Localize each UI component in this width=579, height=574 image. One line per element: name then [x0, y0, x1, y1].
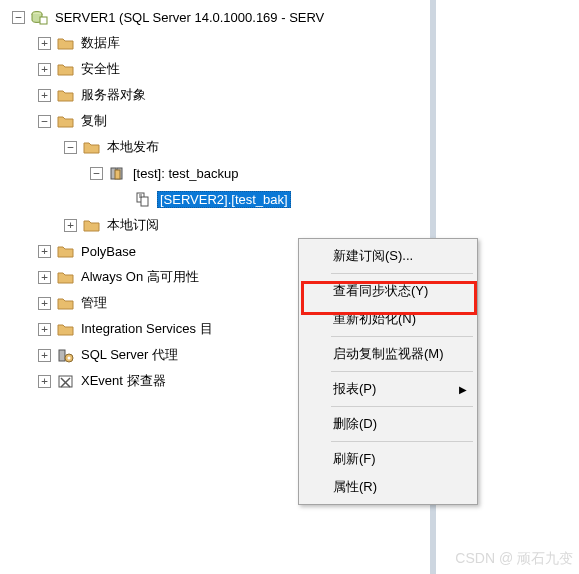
menu-label: 启动复制监视器(M)	[333, 345, 444, 363]
menu-new-subscription[interactable]: 新建订阅(S)...	[301, 242, 475, 270]
svg-rect-9	[59, 350, 65, 361]
menu-reports[interactable]: 报表(P)▶	[301, 375, 475, 403]
publication-item-label: [test]: test_backup	[131, 165, 241, 182]
collapse-icon[interactable]	[12, 11, 25, 24]
menu-label: 查看同步状态(Y)	[333, 282, 428, 300]
menu-label: 新建订阅(S)...	[333, 247, 413, 265]
submenu-arrow-icon: ▶	[459, 384, 467, 395]
expand-icon[interactable]	[38, 63, 51, 76]
menu-label: 属性(R)	[333, 478, 377, 496]
menu-properties[interactable]: 属性(R)	[301, 473, 475, 501]
collapse-icon[interactable]	[64, 141, 77, 154]
expand-icon[interactable]	[38, 271, 51, 284]
folder-icon	[83, 218, 100, 233]
folder-icon	[57, 270, 74, 285]
databases-label: 数据库	[79, 33, 122, 53]
expand-icon[interactable]	[38, 37, 51, 50]
expand-icon[interactable]	[38, 245, 51, 258]
svg-rect-1	[40, 17, 47, 24]
expand-icon[interactable]	[64, 219, 77, 232]
folder-icon	[57, 244, 74, 259]
replication-label: 复制	[79, 111, 109, 131]
folder-icon	[57, 36, 74, 51]
agent-label: SQL Server 代理	[79, 345, 180, 365]
no-expander	[116, 193, 129, 206]
subscription-icon	[135, 192, 152, 207]
svg-rect-4	[115, 170, 120, 179]
folder-icon	[57, 296, 74, 311]
menu-separator	[331, 336, 473, 337]
publication-icon	[109, 166, 126, 181]
menu-reinitialize[interactable]: 重新初始化(N)	[301, 305, 475, 333]
expand-icon[interactable]	[38, 349, 51, 362]
folder-icon	[57, 88, 74, 103]
menu-label: 报表(P)	[333, 380, 376, 398]
local-subscription-node[interactable]: 本地订阅	[0, 212, 430, 238]
subscription-node[interactable]: [SERVER2].[test_bak]	[0, 186, 430, 212]
menu-separator	[331, 371, 473, 372]
svg-point-11	[68, 356, 71, 359]
security-node[interactable]: 安全性	[0, 56, 430, 82]
server-objects-node[interactable]: 服务器对象	[0, 82, 430, 108]
menu-launch-monitor[interactable]: 启动复制监视器(M)	[301, 340, 475, 368]
folder-icon	[57, 114, 74, 129]
server-label: SERVER1 (SQL Server 14.0.1000.169 - SERV	[53, 9, 326, 26]
collapse-icon[interactable]	[38, 115, 51, 128]
publication-item-node[interactable]: [test]: test_backup	[0, 160, 430, 186]
menu-separator	[331, 441, 473, 442]
server-objects-label: 服务器对象	[79, 85, 148, 105]
local-publication-node[interactable]: 本地发布	[0, 134, 430, 160]
menu-label: 删除(D)	[333, 415, 377, 433]
agent-icon	[57, 348, 74, 363]
watermark: CSDN @ 顽石九变	[455, 550, 573, 568]
folder-icon	[57, 62, 74, 77]
menu-separator	[331, 406, 473, 407]
management-label: 管理	[79, 293, 109, 313]
xevent-icon	[57, 374, 74, 389]
alwayson-label: Always On 高可用性	[79, 267, 201, 287]
integration-label: Integration Services 目	[79, 319, 215, 339]
security-label: 安全性	[79, 59, 122, 79]
svg-rect-6	[141, 197, 148, 206]
expand-icon[interactable]	[38, 297, 51, 310]
xevent-label: XEvent 探查器	[79, 371, 168, 391]
databases-node[interactable]: 数据库	[0, 30, 430, 56]
menu-view-sync-status[interactable]: 查看同步状态(Y)	[301, 277, 475, 305]
collapse-icon[interactable]	[90, 167, 103, 180]
folder-icon	[83, 140, 100, 155]
expand-icon[interactable]	[38, 323, 51, 336]
server-icon	[31, 10, 48, 25]
replication-node[interactable]: 复制	[0, 108, 430, 134]
local-subscription-label: 本地订阅	[105, 215, 161, 235]
menu-label: 刷新(F)	[333, 450, 376, 468]
polybase-label: PolyBase	[79, 243, 138, 260]
menu-delete[interactable]: 删除(D)	[301, 410, 475, 438]
server-node[interactable]: SERVER1 (SQL Server 14.0.1000.169 - SERV	[0, 4, 430, 30]
folder-icon	[57, 322, 74, 337]
expand-icon[interactable]	[38, 375, 51, 388]
menu-label: 重新初始化(N)	[333, 310, 416, 328]
menu-separator	[331, 273, 473, 274]
subscription-label: [SERVER2].[test_bak]	[157, 191, 291, 208]
expand-icon[interactable]	[38, 89, 51, 102]
context-menu: 新建订阅(S)... 查看同步状态(Y) 重新初始化(N) 启动复制监视器(M)…	[298, 238, 478, 505]
menu-refresh[interactable]: 刷新(F)	[301, 445, 475, 473]
local-publication-label: 本地发布	[105, 137, 161, 157]
